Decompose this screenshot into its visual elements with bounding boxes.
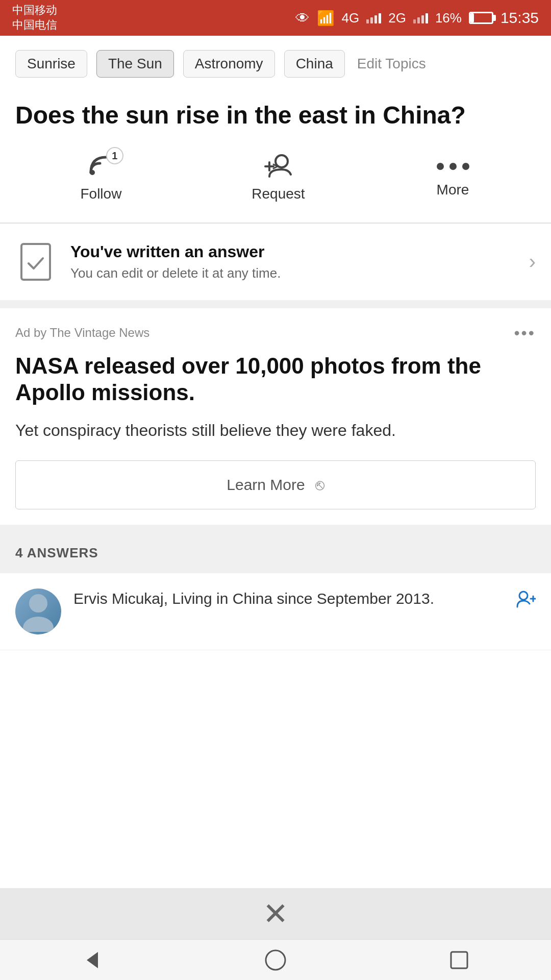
question-section: Does the sun rise in the east in China? …: [0, 88, 551, 223]
answers-count-bar: 4 ANSWERS: [0, 533, 551, 573]
follow-user-button[interactable]: [515, 589, 536, 609]
answer-written-title: You've written an answer: [70, 242, 521, 261]
network-4g: 4G: [342, 10, 360, 26]
answers-count-label: 4 ANSWERS: [15, 545, 98, 560]
ad-body: Yet conspiracy theorists still believe t…: [15, 419, 536, 442]
topic-chip-astronomy[interactable]: Astronomy: [183, 50, 275, 78]
svg-point-9: [23, 617, 54, 632]
ad-headline: NASA released over 10,000 photos from th…: [15, 353, 536, 407]
more-label: More: [437, 182, 469, 198]
carrier2: 中国电信: [12, 18, 57, 33]
svg-point-6: [462, 163, 469, 170]
follow-label: Follow: [80, 186, 121, 202]
svg-point-0: [90, 170, 95, 175]
svg-rect-7: [21, 244, 50, 280]
ad-header: Ad by The Vintage News •••: [15, 324, 536, 342]
nav-bar: [0, 939, 551, 980]
wifi-icon: 📶: [317, 10, 335, 27]
request-button[interactable]: Request: [252, 152, 305, 202]
follow-icon: 1: [86, 152, 116, 181]
svg-rect-15: [451, 952, 467, 968]
answer-user-name: Ervis Micukaj, Living in China since Sep…: [73, 589, 515, 608]
avatar-image: [15, 589, 61, 634]
svg-marker-13: [87, 952, 98, 968]
svg-point-8: [29, 594, 47, 612]
svg-point-5: [449, 163, 457, 170]
close-bar: ✕: [0, 888, 551, 939]
follow-button[interactable]: 1 Follow: [80, 152, 121, 202]
answer-written-subtitle: You can edit or delete it at any time.: [70, 265, 521, 281]
svg-point-14: [266, 950, 285, 970]
signal-bar-2: [413, 12, 428, 23]
svg-point-10: [519, 592, 528, 600]
signal-bar-1: [366, 12, 381, 23]
answer-written-section[interactable]: You've written an answer You can edit or…: [0, 224, 551, 300]
topic-chip-sun[interactable]: The Sun: [96, 50, 174, 78]
request-icon: [260, 152, 296, 181]
edit-topics-link[interactable]: Edit Topics: [357, 56, 426, 72]
status-icons: 👁 📶 4G 2G 16% 15:35: [295, 9, 539, 27]
question-title: Does the sun rise in the east in China?: [15, 100, 536, 131]
more-button[interactable]: More: [435, 156, 471, 198]
answer-item[interactable]: Ervis Micukaj, Living in China since Sep…: [0, 573, 551, 650]
eye-icon: 👁: [295, 10, 310, 27]
chevron-right-icon: ›: [529, 250, 536, 273]
follow-badge: 1: [106, 147, 123, 164]
carrier-info: 中国移动 中国电信: [12, 3, 57, 32]
ad-label: Ad by The Vintage News: [15, 326, 149, 340]
nav-home-button[interactable]: [255, 945, 296, 975]
battery-percent: 16%: [435, 10, 462, 26]
external-link-icon: ⎋: [315, 476, 324, 494]
ad-more-icon[interactable]: •••: [514, 324, 536, 342]
answer-written-icon: [15, 239, 56, 285]
carrier1: 中国移动: [12, 3, 57, 18]
learn-more-button[interactable]: Learn More ⎋: [15, 460, 536, 509]
avatar: [15, 589, 61, 634]
nav-back-button[interactable]: [71, 945, 112, 975]
answer-user-block: Ervis Micukaj, Living in China since Sep…: [73, 589, 515, 608]
divider-thick-2: [0, 525, 551, 533]
svg-point-4: [437, 163, 444, 170]
network-2g: 2G: [388, 10, 406, 26]
nav-recents-button[interactable]: [439, 945, 480, 975]
learn-more-label: Learn More: [227, 476, 305, 494]
divider-thick-1: [0, 300, 551, 308]
more-icon: [435, 156, 471, 177]
topic-chip-china[interactable]: China: [284, 50, 345, 78]
time: 15:35: [500, 9, 539, 27]
close-icon[interactable]: ✕: [263, 896, 288, 932]
topics-bar: Sunrise The Sun Astronomy China Edit Top…: [0, 36, 551, 88]
status-bar: 中国移动 中国电信 👁 📶 4G 2G 16% 15:35: [0, 0, 551, 36]
answer-text-block: You've written an answer You can edit or…: [70, 242, 521, 281]
topic-chip-sunrise[interactable]: Sunrise: [15, 50, 87, 78]
request-label: Request: [252, 186, 305, 202]
action-buttons: 1 Follow Request: [15, 147, 536, 217]
ad-section: Ad by The Vintage News ••• NASA released…: [0, 308, 551, 525]
bottom-spacer: [0, 650, 551, 763]
battery-icon: [469, 12, 493, 24]
